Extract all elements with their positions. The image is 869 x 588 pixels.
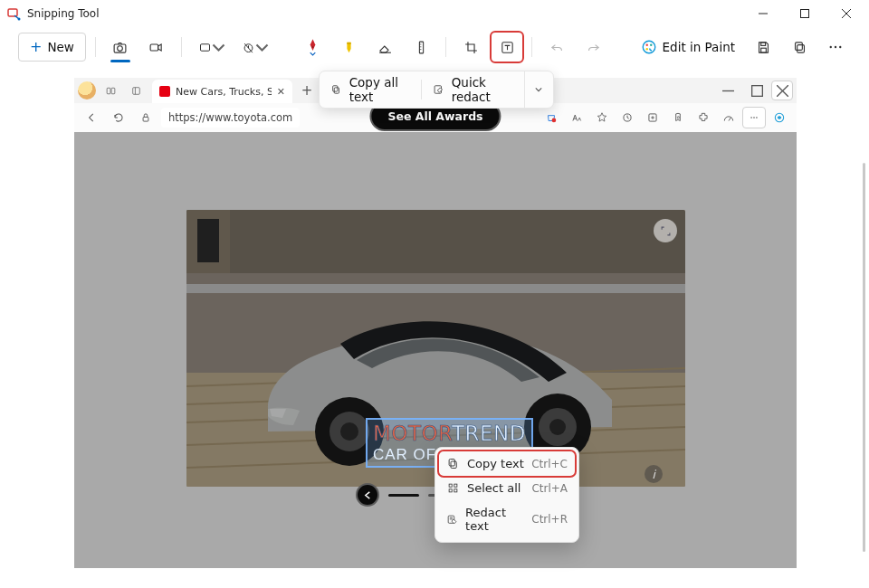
motortrend-word1: MOTOR [373,422,452,445]
chevron-left-icon [364,491,372,499]
save-icon [756,40,771,55]
svg-rect-27 [797,44,804,52]
delay-dropdown[interactable] [234,33,272,62]
more-icon [827,39,844,55]
camera-icon [112,40,128,55]
carousel-indicator [388,494,419,497]
svg-rect-25 [760,42,765,45]
svg-point-24 [645,48,647,50]
save-button[interactable] [748,33,778,62]
svg-point-51 [753,117,755,119]
quick-redact-button[interactable]: Quick redact [422,71,523,108]
toolbar-divider [181,37,182,57]
quick-redact-label: Quick redact [452,75,513,104]
text-actions-popup: Copy all text Quick redact [319,71,554,109]
highlighter-tool[interactable] [333,33,364,62]
favorites-bar-icon [666,107,690,128]
workspaces-icon [100,81,121,100]
crop-icon [463,40,479,55]
svg-rect-40 [751,85,762,96]
svg-point-1 [18,18,21,21]
chevron-down-icon [212,40,225,55]
svg-rect-13 [311,46,313,48]
shopping-icon [540,107,563,128]
ctx-select-all[interactable]: Select all Ctrl+A [439,476,575,500]
redo-icon [586,40,601,55]
chevron-down-icon [535,86,542,93]
browser-close-icon [771,81,793,100]
expand-image-icon [654,219,677,242]
text-size-icon [565,107,588,128]
highlighter-icon [341,40,357,55]
timer-off-icon [242,40,255,55]
select-all-icon [446,481,460,495]
browser-tab: New Cars, Trucks, SUVs & Hybrid ✕ [152,80,292,103]
undo-icon [549,40,565,55]
undo-button[interactable] [541,33,572,62]
copy-icon [792,40,807,55]
shape-dropdown[interactable] [191,33,229,62]
text-actions-tool[interactable] [492,33,522,62]
window-title: Snipping Tool [27,7,99,20]
ctx-copy-text[interactable]: Copy text Ctrl+C [439,451,575,476]
crop-tool[interactable] [455,33,486,62]
profile-avatar [78,81,96,100]
svg-rect-8 [150,43,158,50]
redo-button[interactable] [578,33,608,62]
back-icon [80,107,103,128]
svg-rect-0 [8,9,17,16]
new-label: New [47,40,73,54]
ctx-redact-text[interactable]: Redact text Ctrl+R [439,500,575,538]
svg-rect-37 [132,87,139,94]
svg-point-44 [552,119,557,123]
tab-title: New Cars, Trucks, SUVs & Hybrid [176,86,272,98]
svg-rect-76 [454,484,457,487]
ballpoint-pen-tool[interactable] [297,33,328,62]
new-button[interactable]: + New [18,33,86,62]
canvas-scrollbar[interactable] [863,163,865,552]
snip-mode-video-button[interactable] [141,33,172,62]
ctx-copy-text-label: Copy text [467,457,524,470]
plus-icon: + [30,40,42,54]
edit-in-paint-label: Edit in Paint [663,40,735,54]
info-icon: i [645,465,663,483]
toolbar-divider [95,37,96,57]
toolbar-divider [445,37,446,57]
motortrend-word2: TREND [452,422,526,445]
more-button[interactable] [820,33,851,62]
favicon-icon [159,86,170,97]
svg-point-7 [118,45,123,51]
copy-button[interactable] [784,33,815,62]
svg-point-50 [750,117,752,119]
text-actions-icon [500,40,515,55]
svg-rect-32 [334,88,339,93]
svg-point-29 [830,46,832,48]
ruler-tool[interactable] [406,33,436,62]
svg-rect-43 [143,117,148,121]
performance-icon [717,107,740,128]
chevron-down-icon [255,40,269,55]
maximize-button[interactable] [784,0,826,27]
svg-rect-16 [419,42,423,53]
see-all-awards-label: See All Awards [387,109,482,123]
minimize-button[interactable] [742,0,784,27]
new-tab-icon: + [296,81,318,100]
svg-point-30 [835,46,836,48]
snip-mode-photo-button[interactable] [105,33,136,62]
svg-point-23 [650,44,652,46]
refresh-icon [107,107,130,128]
svg-rect-35 [107,88,110,94]
eraser-tool[interactable] [369,33,400,62]
url-field: https://www.toyota.com [161,108,300,128]
window-titlebar: Snipping Tool [0,0,869,27]
ctx-select-all-shortcut: Ctrl+A [531,482,568,495]
svg-rect-74 [449,460,454,467]
copy-all-text-button[interactable]: Copy all text [320,71,421,108]
app-toolbar: + New [0,27,869,67]
quick-redact-dropdown[interactable] [524,71,553,108]
copilot-icon [768,107,791,128]
svg-rect-26 [760,48,766,52]
close-button[interactable] [826,0,867,27]
edit-in-paint-button[interactable]: Edit in Paint [634,33,742,62]
url-text: https://www.toyota.com [168,111,292,124]
